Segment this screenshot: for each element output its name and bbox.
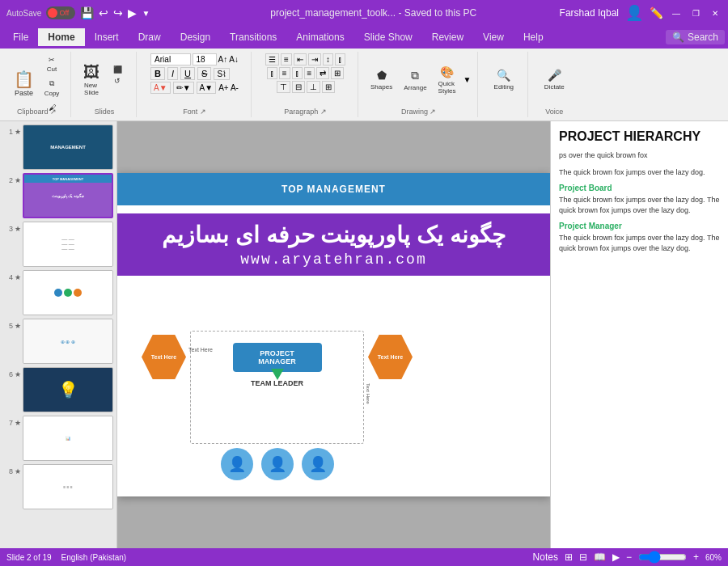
voice-label: Voice — [530, 108, 578, 116]
avatar-1: 👤 — [221, 448, 253, 480]
line-spacing-icon[interactable]: ↕ — [323, 53, 333, 65]
list-ordered-icon[interactable]: ≡ — [281, 53, 292, 65]
zoom-out-icon[interactable]: − — [626, 551, 632, 563]
right-panel: PROJECT HIERARCHY ps over the quick brow… — [550, 121, 728, 548]
slide-view-icon[interactable]: ⊞ — [565, 551, 573, 563]
present-icon[interactable]: ▶ — [128, 6, 137, 19]
italic-button[interactable]: I — [167, 67, 178, 80]
autosave-toggle[interactable]: Off — [46, 6, 75, 19]
zoom-in-icon[interactable]: + — [693, 551, 699, 563]
list-unordered-icon[interactable]: ☰ — [265, 53, 279, 65]
indent-inc-icon[interactable]: ⇥ — [308, 53, 321, 65]
reading-view-icon[interactable]: 📖 — [594, 551, 606, 563]
slide-star: ★ — [15, 176, 21, 184]
indent-dec-icon[interactable]: ⇤ — [294, 53, 307, 65]
slide-canvas[interactable]: TOP MANAGEMENT PROJECT HIERARCHY چگونه ی… — [117, 173, 550, 496]
slide-number: 2 — [3, 176, 13, 184]
slides-buttons: 🖼 NewSlide ⬛ ↺ — [79, 53, 129, 116]
ribbon-group-clipboard: 📋 Paste ✂ Cut ⧉ Copy 🖌 Clipboard ↗ — [3, 52, 71, 117]
slide1-content: MANAGEMENT — [49, 143, 87, 151]
editing-button[interactable]: 🔍 Editing — [490, 66, 518, 93]
tab-slideshow[interactable]: Slide Show — [354, 28, 422, 46]
present-view-icon[interactable]: ▶ — [612, 551, 620, 563]
grid-view-icon[interactable]: ⊟ — [579, 551, 587, 563]
more-font-btn[interactable]: A+ A- — [218, 83, 239, 92]
tab-insert[interactable]: Insert — [85, 28, 129, 46]
align-top-icon[interactable]: ⊤ — [277, 81, 290, 93]
slide-reset-button[interactable]: ↺ — [105, 76, 129, 86]
search-label: Search — [688, 32, 718, 43]
save-icon[interactable]: 💾 — [80, 6, 94, 19]
slide-number: 7 — [3, 419, 13, 427]
zoom-level: 60% — [705, 553, 722, 562]
slide-thumbnail[interactable]: ⊕ ⊕ ⊕ — [23, 319, 113, 364]
columns-icon[interactable]: ⫿ — [335, 53, 345, 65]
convert-smartart-icon[interactable]: ⊞ — [322, 81, 335, 93]
paste-button[interactable]: 📋 Paste — [10, 69, 38, 99]
font-family-select[interactable]: Arial — [150, 53, 190, 65]
tab-view[interactable]: View — [473, 28, 514, 46]
ribbon-search[interactable]: 🔍 Search — [666, 30, 725, 44]
shapes-button[interactable]: ⬟ Shapes — [366, 66, 396, 93]
highlight-button[interactable]: ✏▼ — [173, 82, 194, 94]
pen-icon[interactable]: ✏️ — [650, 6, 663, 19]
tab-transitions[interactable]: Transitions — [220, 28, 286, 46]
editing-icon: 🔍 — [497, 69, 510, 82]
slide-thumbnail-active[interactable]: TOP MANAGEMENT چگونه یک پاورپوینت — [23, 173, 113, 218]
align-justify-icon[interactable]: ≡ — [304, 67, 315, 79]
main-layout: 1 ★ MANAGEMENT 2 ★ TOP MANAGEMENT چگونه … — [0, 121, 728, 548]
tab-review[interactable]: Review — [422, 28, 473, 46]
font-increase-icon[interactable]: A↑ — [218, 55, 228, 64]
tab-design[interactable]: Design — [171, 28, 220, 46]
tab-file[interactable]: File — [3, 28, 38, 46]
quick-styles-button[interactable]: 🎨 QuickStyles — [434, 63, 460, 97]
tab-animations[interactable]: Animations — [286, 28, 353, 46]
font-decrease-icon[interactable]: A↓ — [229, 55, 239, 64]
section2-title: Project Manager — [559, 222, 720, 230]
dropdown-icon[interactable]: ▼ — [142, 9, 150, 18]
win-close[interactable]: ✕ — [709, 6, 722, 19]
notes-button[interactable]: Notes — [533, 551, 558, 563]
drawing-more-icon[interactable]: ▼ — [463, 75, 471, 84]
font-size2[interactable]: A▼ — [197, 82, 217, 94]
ribbon-group-editing: 🔍 Editing — [480, 52, 528, 117]
slide-thumbnail[interactable]: ≡ ≡ ≡ — [23, 464, 113, 509]
new-slide-button[interactable]: 🖼 NewSlide — [79, 61, 104, 99]
slide-thumbnail[interactable]: 📊 — [23, 416, 113, 461]
underline-button[interactable]: U — [180, 67, 195, 80]
undo-icon[interactable]: ↩ — [99, 6, 108, 19]
drawing-controls: ⬟ Shapes ⧉ Arrange 🎨 QuickStyles ▼ — [366, 53, 471, 116]
smart-art-icon[interactable]: ⊞ — [331, 67, 344, 79]
slide-layout-button[interactable]: ⬛ — [105, 65, 129, 74]
align-left-icon[interactable]: ⫿ — [267, 67, 277, 79]
win-restore[interactable]: ❐ — [689, 6, 702, 19]
zoom-slider[interactable] — [638, 551, 687, 564]
shadow-button[interactable]: S⌇ — [214, 68, 230, 80]
bold-button[interactable]: B — [150, 67, 165, 80]
align-middle-icon[interactable]: ⊟ — [292, 81, 305, 93]
slide-thumbnail[interactable]: MANAGEMENT — [23, 125, 113, 170]
tab-draw[interactable]: Draw — [129, 28, 171, 46]
align-bottom-icon[interactable]: ⊥ — [307, 81, 320, 93]
tab-help[interactable]: Help — [514, 28, 553, 46]
tab-home[interactable]: Home — [38, 28, 84, 46]
win-minimize[interactable]: — — [670, 6, 683, 19]
font-color-button[interactable]: A▼ — [150, 82, 171, 94]
arrange-label: Arrange — [404, 84, 426, 91]
align-right-icon[interactable]: ⫿ — [292, 67, 303, 79]
slide-thumbnail[interactable]: ── ──── ──── ── — [23, 222, 113, 267]
text-dir-icon[interactable]: ⇄ — [316, 67, 329, 79]
copy-button[interactable]: ⧉ Copy — [40, 77, 64, 99]
slide-thumbnail[interactable] — [23, 270, 113, 315]
pm-box[interactable]: PROJECT MANAGER — [233, 343, 322, 372]
font-size-select[interactable]: 18 — [193, 53, 217, 65]
strikethrough-button[interactable]: S — [197, 67, 211, 80]
align-center-icon[interactable]: ≡ — [279, 67, 290, 79]
dictate-button[interactable]: 🎤 Dictate — [540, 66, 569, 93]
slide-thumbnail[interactable]: 💡 — [23, 367, 113, 412]
redo-icon[interactable]: ↪ — [113, 6, 123, 19]
thumb6-icon: 💡 — [58, 380, 78, 399]
cut-button[interactable]: ✂ Cut — [40, 53, 64, 75]
arrange-button[interactable]: ⧉ Arrange — [400, 66, 430, 94]
slide-panel[interactable]: 1 ★ MANAGEMENT 2 ★ TOP MANAGEMENT چگونه … — [0, 121, 117, 548]
